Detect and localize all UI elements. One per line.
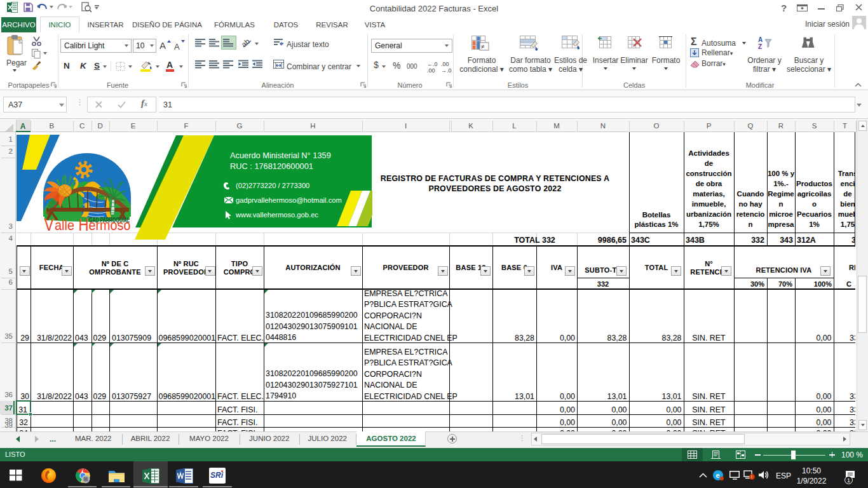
svg-text:RUC : 1768120600001: RUC : 1768120600001 [230, 161, 313, 171]
svg-text:V: V [44, 215, 54, 234]
svg-text:www.vallehermoso.gob.ec: www.vallehermoso.gob.ec [235, 211, 318, 219]
svg-text:!: ! [751, 475, 752, 479]
svg-text:gadprvallehermoso@hotmail.com: gadprvallehermoso@hotmail.com [236, 196, 342, 204]
svg-text:(02)2773220 / 2773300: (02)2773220 / 2773300 [236, 182, 309, 189]
svg-text:Acuerdo Ministerial N° 1359: Acuerdo Ministerial N° 1359 [230, 151, 331, 160]
svg-text:alle: alle [55, 218, 74, 233]
svg-text:ermoso: ermoso [89, 218, 131, 233]
svg-text:H: H [79, 215, 89, 234]
